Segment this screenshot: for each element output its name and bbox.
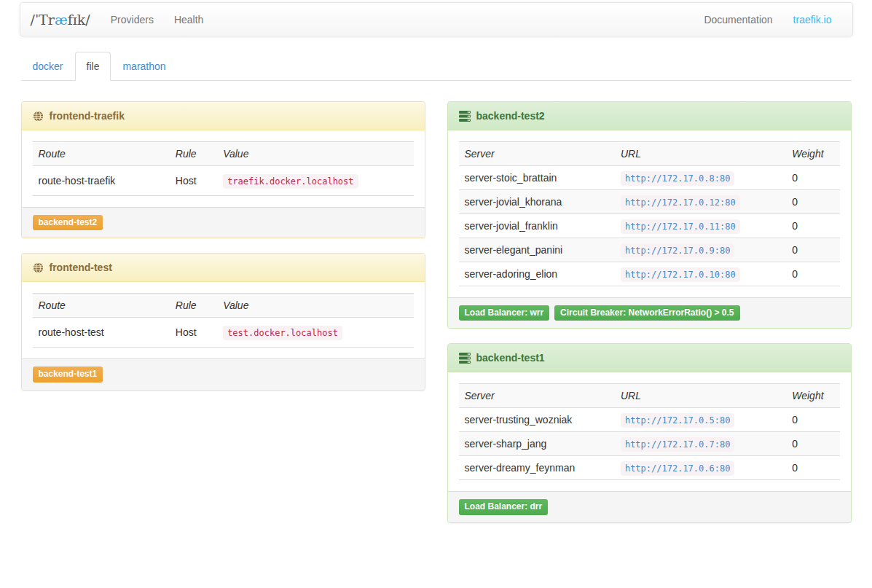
tab-file-link[interactable]: file [75, 52, 111, 81]
column-value: Value [217, 294, 413, 318]
traefik-dashboard: /ˈTræfɪk/ Providers Health Documentation… [0, 0, 872, 588]
column-server: Server [459, 142, 615, 166]
tab-docker-link[interactable]: docker [21, 52, 75, 81]
server-url-code: http://172.17.0.11:80 [621, 219, 740, 234]
server-name: server-stoic_brattain [459, 166, 615, 190]
server-name: server-elegant_panini [459, 238, 615, 262]
server-url-code: http://172.17.0.12:80 [621, 195, 740, 210]
server-url-code: http://172.17.0.9:80 [621, 243, 735, 258]
panel-body: Server URL Weight server-trusting_woznia… [448, 372, 851, 491]
column-value: Value [217, 142, 413, 166]
provider-tabs: docker file marathon [21, 52, 852, 81]
tab-file: file [75, 52, 111, 81]
globe-icon [33, 111, 44, 122]
server-name: server-jovial_khorana [459, 190, 615, 214]
server-name: server-sharp_jang [459, 432, 615, 456]
table-row: server-jovial_franklin http://172.17.0.1… [459, 214, 840, 238]
panel-heading: frontend-test [22, 254, 425, 282]
top-navbar: /ˈTræfɪk/ Providers Health Documentation… [20, 2, 853, 36]
table-header-row: Route Rule Value [33, 142, 414, 166]
panel-backend-test2: backend-test2 Server URL Weight [447, 101, 852, 329]
frontends-column: frontend-traefik Route Rule Value [21, 101, 425, 405]
panel-footer: Load Balancer: wrr Circuit Breaker: Netw… [448, 297, 851, 328]
panel-title: frontend-traefik [50, 110, 125, 122]
server-name: server-trusting_wozniak [459, 408, 615, 432]
panel-frontend-traefik: frontend-traefik Route Rule Value [21, 101, 425, 238]
server-url-code: http://172.17.0.10:80 [621, 267, 740, 282]
table-row: route-host-test Host test.docker.localho… [33, 318, 414, 348]
route-rule: Host [170, 318, 217, 348]
column-route: Route [33, 142, 170, 166]
routes-table: Route Rule Value route-host-test Host te… [33, 293, 414, 348]
server-name: server-dreamy_feynman [459, 456, 615, 480]
server-weight: 0 [786, 262, 839, 286]
server-weight: 0 [786, 190, 839, 214]
server-url-code: http://172.17.0.7:80 [621, 437, 735, 452]
panel-heading: frontend-traefik [22, 102, 425, 130]
backend-badge: backend-test1 [33, 366, 103, 382]
server-weight: 0 [786, 432, 839, 456]
table-row: server-adoring_elion http://172.17.0.10:… [459, 262, 840, 286]
table-row: server-stoic_brattain http://172.17.0.8:… [459, 166, 840, 190]
panel-body: Server URL Weight server-stoic_brattain … [448, 130, 851, 297]
server-name: server-jovial_franklin [459, 214, 615, 238]
server-url-code: http://172.17.0.6:80 [621, 461, 735, 476]
routes-table: Route Rule Value route-host-traefik Host… [33, 141, 414, 196]
tab-docker: docker [21, 52, 75, 81]
server-stack-icon [459, 353, 471, 364]
route-value-code: traefik.docker.localhost [223, 174, 358, 189]
panel-footer: backend-test2 [22, 207, 425, 238]
server-weight: 0 [786, 238, 839, 262]
load-balancer-badge: Load Balancer: wrr [459, 305, 550, 321]
column-weight: Weight [786, 142, 839, 166]
panel-title: backend-test2 [476, 110, 545, 122]
globe-icon [33, 262, 44, 273]
server-url-code: http://172.17.0.5:80 [621, 413, 735, 428]
table-row: route-host-traefik Host traefik.docker.l… [33, 166, 414, 196]
server-weight: 0 [786, 166, 839, 190]
column-rule: Rule [170, 142, 217, 166]
panel-heading: backend-test1 [448, 344, 851, 372]
servers-table: Server URL Weight server-trusting_woznia… [459, 383, 840, 480]
circuit-breaker-badge: Circuit Breaker: NetworkErrorRatio() > 0… [554, 305, 739, 321]
server-weight: 0 [786, 456, 839, 480]
server-url-code: http://172.17.0.8:80 [621, 171, 735, 186]
servers-table: Server URL Weight server-stoic_brattain … [459, 141, 840, 286]
traefik-logo[interactable]: /ˈTræfɪk/ [31, 12, 90, 28]
panel-heading: backend-test2 [448, 102, 851, 130]
server-weight: 0 [786, 214, 839, 238]
column-server: Server [459, 384, 615, 408]
nav-providers[interactable]: Providers [101, 14, 164, 26]
backend-badge: backend-test2 [33, 215, 103, 230]
route-rule: Host [170, 166, 217, 196]
column-url: URL [615, 142, 786, 166]
table-row: server-dreamy_feynman http://172.17.0.6:… [459, 456, 840, 480]
column-route: Route [33, 294, 170, 318]
table-header-row: Server URL Weight [459, 384, 840, 408]
table-row: server-jovial_khorana http://172.17.0.12… [459, 190, 840, 214]
table-header-row: Route Rule Value [33, 294, 414, 318]
server-weight: 0 [786, 408, 839, 432]
panel-footer: backend-test1 [22, 358, 425, 389]
nav-traefik-io[interactable]: traefik.io [783, 14, 842, 26]
table-row: server-sharp_jang http://172.17.0.7:80 0 [459, 432, 840, 456]
backends-column: backend-test2 Server URL Weight [447, 101, 852, 538]
route-name: route-host-test [33, 318, 170, 348]
panel-footer: Load Balancer: drr [448, 491, 851, 522]
table-header-row: Server URL Weight [459, 142, 840, 166]
tab-marathon-link[interactable]: marathon [111, 52, 177, 81]
table-row: server-trusting_wozniak http://172.17.0.… [459, 408, 840, 432]
server-name: server-adoring_elion [459, 262, 615, 286]
table-row: server-elegant_panini http://172.17.0.9:… [459, 238, 840, 262]
nav-health[interactable]: Health [164, 14, 213, 26]
panel-body: Route Rule Value route-host-test Host te… [22, 282, 425, 358]
panel-title: backend-test1 [476, 352, 545, 364]
route-name: route-host-traefik [33, 166, 170, 196]
logo-accent: æ [55, 12, 68, 28]
column-rule: Rule [170, 294, 217, 318]
logo-prefix: /ˈTr [31, 12, 55, 28]
tab-marathon: marathon [111, 52, 177, 81]
nav-documentation[interactable]: Documentation [694, 14, 782, 26]
server-stack-icon [459, 111, 471, 122]
panel-backend-test1: backend-test1 Server URL Weight [447, 343, 852, 522]
